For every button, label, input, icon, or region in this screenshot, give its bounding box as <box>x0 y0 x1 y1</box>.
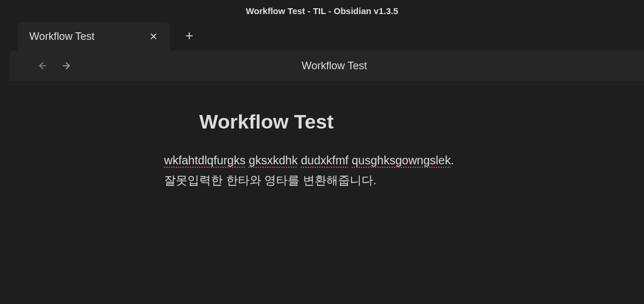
tab-title: Workflow Test <box>29 31 94 43</box>
misspelled-word[interactable]: gksxkdhk <box>249 154 298 167</box>
back-arrow-icon[interactable] <box>38 60 48 71</box>
misspelled-word[interactable]: qusghksgowngslek <box>352 154 451 167</box>
close-icon[interactable] <box>146 29 161 43</box>
view-header: Workflow Test <box>9 50 644 81</box>
tab-header: Workflow Test <box>0 21 644 50</box>
view-header-title[interactable]: Workflow Test <box>71 60 632 72</box>
window-title: Workflow Test - TIL - Obsidian v1.3.5 <box>246 6 398 16</box>
window-titlebar: Workflow Test - TIL - Obsidian v1.3.5 <box>0 0 644 21</box>
misspelled-word[interactable]: wkfahtdlqfurgks <box>164 154 246 167</box>
note-line-2[interactable]: 잘못입력한 한타와 영타를 변환해줍니다. <box>164 171 574 190</box>
note-line-1[interactable]: wkfahtdlqfurgks gksxkdhk dudxkfmf qusghk… <box>164 151 574 170</box>
new-tab-button[interactable] <box>179 26 199 46</box>
note-title[interactable]: Workflow Test <box>164 110 574 133</box>
tab-active[interactable]: Workflow Test <box>18 22 170 50</box>
forward-arrow-icon[interactable] <box>61 60 71 71</box>
misspelled-word[interactable]: dudxkfmf <box>301 154 348 167</box>
note-body[interactable]: wkfahtdlqfurgks gksxkdhk dudxkfmf qusghk… <box>164 151 574 190</box>
editor-content[interactable]: Workflow Test wkfahtdlqfurgks gksxkdhk d… <box>0 81 644 304</box>
nav-arrows <box>38 60 71 71</box>
punctuation: . <box>451 154 454 167</box>
